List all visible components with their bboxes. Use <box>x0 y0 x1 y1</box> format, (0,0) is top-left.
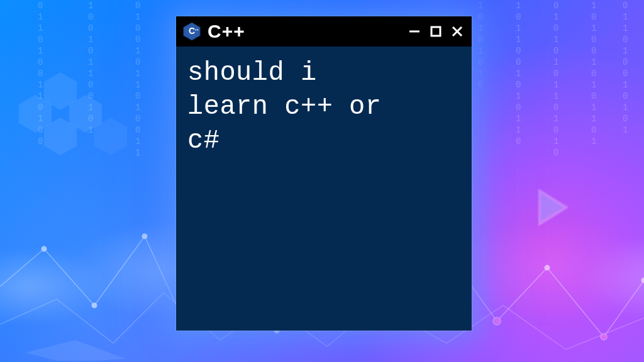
svg-text:+: + <box>197 28 199 31</box>
svg-point-2 <box>142 234 147 239</box>
terminal-body[interactable]: should i learn c++ or c# <box>176 47 472 331</box>
bg-binary-col: 1 0 1 1 0 0 1 0 1 0 1 1 0 <box>516 0 522 147</box>
cpp-logo-icon: C + + <box>182 22 201 41</box>
bg-binary-col: 0 1 1 0 1 0 0 1 0 1 0 1 <box>623 0 629 136</box>
maximize-button[interactable] <box>429 25 443 38</box>
svg-point-9 <box>493 317 501 325</box>
bg-binary-col: 0 1 0 0 1 0 1 1 0 1 0 0 1 1 <box>135 0 142 158</box>
svg-rect-19 <box>431 27 440 36</box>
titlebar[interactable]: C + + C++ <box>176 16 472 47</box>
svg-point-12 <box>641 278 644 283</box>
bg-binary-col: 1 0 1 0 0 1 0 1 0 1 1 0 1 <box>591 0 597 147</box>
svg-point-0 <box>42 246 47 251</box>
terminal-window: C + + C++ s <box>176 16 472 331</box>
svg-point-1 <box>92 303 97 308</box>
bg-binary-col: 1 0 1 0 1 0 1 0 <box>478 0 484 90</box>
close-button[interactable] <box>450 25 464 38</box>
svg-point-11 <box>601 334 607 340</box>
window-title: C++ <box>208 21 245 42</box>
svg-point-10 <box>545 265 550 270</box>
bg-binary-col: 0 1 0 1 0 1 0 1 1 0 1 0 1 0 <box>553 0 560 158</box>
bg-play-triangle-inner <box>541 194 564 221</box>
minimize-button[interactable] <box>408 25 421 38</box>
svg-text:C: C <box>189 26 195 36</box>
svg-marker-13 <box>25 340 126 361</box>
